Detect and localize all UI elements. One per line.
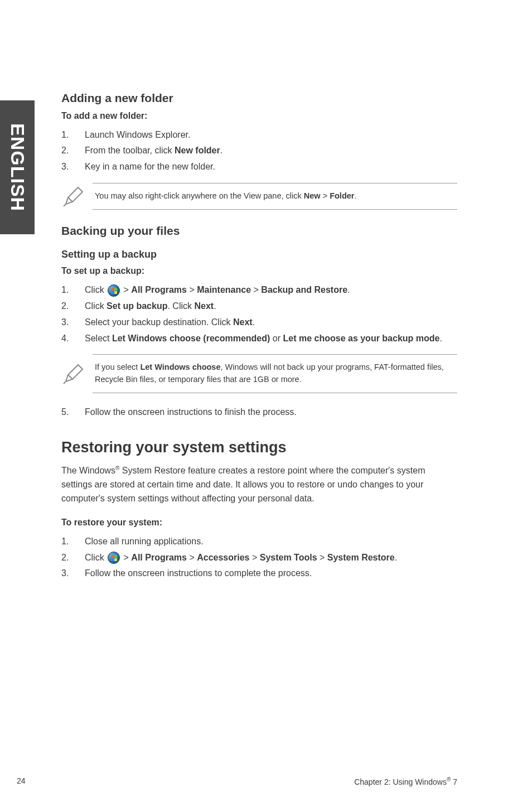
list-item: 1. Close all running applications. [61, 535, 457, 549]
text-fragment: Select your backup destination. Click [85, 317, 233, 327]
text-fragment: You may also right-click anywhere on the… [95, 191, 304, 200]
list-item: 2. Click Set up backup. Click Next. [61, 299, 457, 313]
note-block: If you select Let Windows choose, Window… [61, 354, 457, 393]
restore-subtitle: To restore your system: [61, 516, 457, 529]
bold-text: Backup and Restore [261, 285, 347, 294]
text-fragment: Chapter 2: Using Windows [354, 777, 447, 786]
step-text: Select your backup destination. Click Ne… [85, 316, 457, 330]
step-number: 1. [61, 128, 85, 142]
step-number: 1. [61, 535, 85, 549]
step-text: Select Let Windows choose (recommended) … [85, 332, 457, 346]
text-fragment: . [439, 334, 442, 343]
step-text: Click Set up backup. Click Next. [85, 299, 457, 313]
windows-start-icon [108, 284, 120, 297]
text-fragment: Click [85, 285, 107, 294]
text-fragment: or [270, 334, 283, 343]
adding-folder-subtitle: To add a new folder: [61, 109, 457, 123]
step-number: 3. [61, 160, 85, 174]
restore-steps: 1. Close all running applications. 2. Cl… [61, 535, 457, 581]
bold-text: Set up backup [107, 301, 167, 311]
text-fragment: 7 [451, 777, 457, 786]
bold-text: System Restore [327, 553, 395, 562]
step-text: Follow the onscreen instructions to comp… [85, 567, 457, 581]
bold-text: System Tools [260, 553, 317, 562]
step-text: Follow the onscreen instructions to fini… [85, 405, 457, 419]
text-fragment: If you select [95, 363, 140, 371]
bold-text: New [304, 191, 321, 200]
windows-start-icon [108, 552, 120, 564]
step-text: Launch Windows Explorer. [85, 128, 457, 142]
step-text: Key in a name for the new folder. [85, 160, 457, 174]
text-fragment: . Click [167, 301, 194, 311]
text-fragment: Click [85, 301, 107, 311]
list-item: 5. Follow the onscreen instructions to f… [61, 405, 457, 419]
pencil-icon [61, 184, 93, 209]
bold-text: All Programs [131, 553, 187, 562]
bold-text: Let Windows choose [140, 363, 220, 371]
bold-text: Next [194, 301, 214, 311]
page-number: 24 [17, 776, 26, 785]
backup-steps: 1. Click > All Programs > Maintenance > … [61, 283, 457, 345]
list-item: 2. From the toolbar, click New folder. [61, 144, 457, 158]
note-text: If you select Let Windows choose, Window… [93, 354, 457, 393]
list-item: 1. Launch Windows Explorer. [61, 128, 457, 142]
language-tab-label: ENGLISH [7, 123, 28, 211]
step-number: 1. [61, 283, 85, 297]
pencil-icon [61, 361, 93, 386]
restore-heading: Restoring your system settings [61, 436, 457, 459]
step-number: 2. [61, 144, 85, 158]
list-item: 2. Click > All Programs > Accessories > … [61, 551, 457, 565]
text-fragment: . [214, 301, 216, 311]
list-item: 1. Click > All Programs > Maintenance > … [61, 283, 457, 297]
text-fragment: System Restore feature creates a restore… [61, 466, 425, 503]
language-tab: ENGLISH [0, 100, 35, 234]
bold-text: New folder [175, 146, 220, 155]
list-item: 3. Select your backup destination. Click… [61, 316, 457, 330]
text-fragment: From the toolbar, click [85, 146, 175, 155]
list-item: 4. Select Let Windows choose (recommende… [61, 332, 457, 346]
text-fragment: . [253, 317, 255, 327]
bold-text: Accessories [197, 553, 249, 562]
backup-subsection: Setting up a backup [61, 247, 457, 262]
list-item: 3. Follow the onscreen instructions to c… [61, 567, 457, 581]
chapter-label: Chapter 2: Using Windows® 7 [354, 776, 457, 786]
note-text: You may also right-click anywhere on the… [93, 183, 457, 210]
bold-text: Let Windows choose (recommended) [112, 334, 270, 343]
step-text: Close all running applications. [85, 535, 457, 549]
text-fragment: Click [85, 553, 107, 562]
bold-text: All Programs [131, 285, 187, 294]
text-fragment: The Windows [61, 466, 115, 475]
step-number: 2. [61, 299, 85, 313]
backup-step5: 5. Follow the onscreen instructions to f… [61, 405, 457, 419]
bold-text: Folder [330, 191, 354, 200]
page-content: Adding a new folder To add a new folder:… [61, 89, 457, 590]
bold-text: Next [233, 317, 253, 327]
bold-text: Maintenance [197, 285, 251, 294]
backup-subtitle: To set up a backup: [61, 264, 457, 278]
text-fragment: . [220, 146, 223, 155]
section-backup-title: Backing up your files [61, 222, 457, 240]
section-adding-folder-title: Adding a new folder [61, 89, 457, 107]
note-block: You may also right-click anywhere on the… [61, 183, 457, 210]
step-number: 2. [61, 551, 85, 565]
step-number: 4. [61, 332, 85, 346]
bold-text: Let me choose as your backup mode [283, 334, 440, 343]
text-fragment: . [354, 191, 356, 200]
text-fragment: Select [85, 334, 112, 343]
step-text: Click > All Programs > Maintenance > Bac… [85, 283, 457, 297]
step-number: 3. [61, 316, 85, 330]
step-number: 5. [61, 405, 85, 419]
adding-folder-steps: 1. Launch Windows Explorer. 2. From the … [61, 128, 457, 174]
list-item: 3. Key in a name for the new folder. [61, 160, 457, 174]
step-number: 3. [61, 567, 85, 581]
text-fragment: > [321, 191, 330, 200]
step-text: Click > All Programs > Accessories > Sys… [85, 551, 457, 565]
step-text: From the toolbar, click New folder. [85, 144, 457, 158]
restore-paragraph: The Windows® System Restore feature crea… [61, 464, 457, 506]
